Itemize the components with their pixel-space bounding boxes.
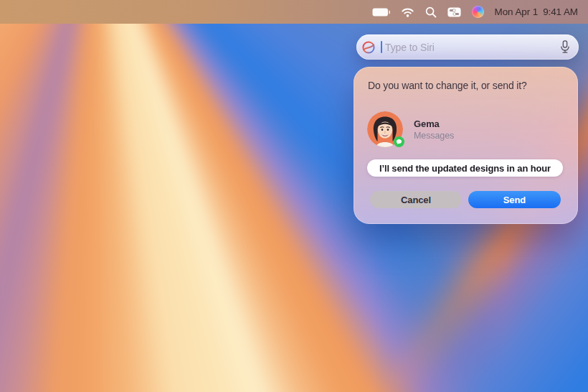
desktop: Mon Apr 1 9:41 AM Type to Siri [0, 0, 588, 392]
control-center-icon[interactable] [447, 5, 461, 19]
menu-bar-time: 9:41 AM [543, 6, 578, 17]
send-button[interactable]: Send [468, 191, 561, 208]
menu-bar: Mon Apr 1 9:41 AM [0, 0, 588, 24]
battery-icon[interactable] [372, 5, 390, 19]
siri-input-placeholder: Type to Siri [385, 42, 559, 53]
contact-row: Gema Messages [367, 111, 454, 147]
wifi-icon[interactable] [401, 5, 414, 19]
messages-app-badge-icon [394, 136, 404, 147]
menu-bar-date: Mon Apr 1 [495, 6, 539, 17]
siri-response-card: Do you want to change it, or send it? [354, 67, 578, 224]
card-actions: Cancel Send [370, 191, 561, 208]
contact-name: Gema [414, 118, 454, 129]
spotlight-search-icon[interactable] [425, 5, 437, 19]
contact-info: Gema Messages [414, 118, 454, 141]
contact-app-label: Messages [414, 131, 454, 141]
text-cursor [381, 41, 382, 53]
contact-avatar [367, 111, 403, 147]
siri-prompt-text: Do you want to change it, or send it? [368, 80, 564, 91]
siri-input[interactable]: Type to Siri [356, 34, 579, 60]
cancel-button[interactable]: Cancel [370, 191, 462, 208]
dictation-mic-icon[interactable] [559, 39, 571, 55]
menu-bar-clock[interactable]: Mon Apr 1 9:41 AM [495, 6, 578, 17]
siri-glyph-icon [361, 40, 376, 55]
siri-menu-icon[interactable] [472, 5, 484, 19]
message-draft-field[interactable]: I’ll send the updated designs in an hour [367, 159, 563, 177]
